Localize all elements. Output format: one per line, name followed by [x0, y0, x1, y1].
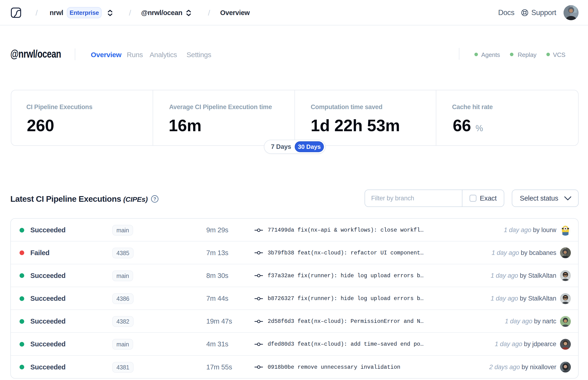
svg-text:?: ? [153, 196, 156, 202]
